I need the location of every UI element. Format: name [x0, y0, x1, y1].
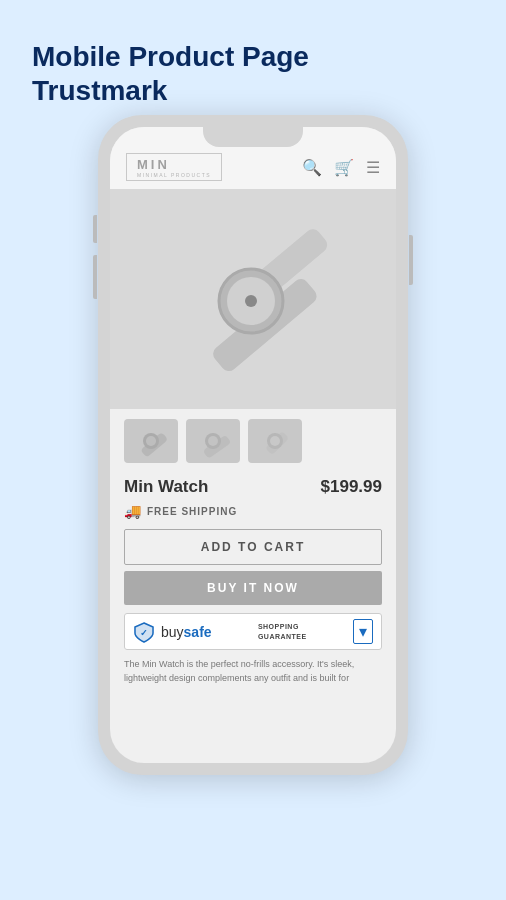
buysafe-brand-text: buysafe — [161, 623, 212, 641]
brand-name: MIN — [137, 157, 211, 172]
search-icon[interactable]: 🔍 — [302, 158, 322, 177]
shipping-label: FREE SHIPPING — [147, 506, 237, 517]
product-name: Min Watch — [124, 477, 208, 497]
svg-point-7 — [146, 436, 156, 446]
svg-text:✓: ✓ — [140, 628, 148, 638]
buysafe-left: ✓ buysafe — [133, 621, 212, 643]
brand-logo: MIN MINIMAL PRODUCTS — [126, 153, 222, 181]
phone-side-btn-left-bottom — [93, 255, 97, 299]
thumbnail-1[interactable] — [124, 419, 178, 463]
phone-side-btn-right — [409, 235, 413, 285]
notch — [203, 127, 303, 147]
page-title: Mobile Product Page Trustmark — [32, 40, 309, 107]
buysafe-shield-icon: ✓ — [133, 621, 155, 643]
phone-shell: MIN MINIMAL PRODUCTS 🔍 🛒 ☰ — [98, 115, 408, 775]
shipping-icon: 🚚 — [124, 503, 141, 519]
buysafe-suffix: safe — [184, 624, 212, 640]
thumbnail-3[interactable] — [248, 419, 302, 463]
brand-subtitle: MINIMAL PRODUCTS — [137, 172, 211, 178]
brand-logo-box: MIN MINIMAL PRODUCTS — [126, 153, 222, 181]
buy-now-button[interactable]: BUY IT NOW — [124, 571, 382, 605]
watch-graphic — [163, 209, 343, 389]
thumbnail-2[interactable] — [186, 419, 240, 463]
product-title-price-row: Min Watch $199.99 — [124, 477, 382, 497]
buysafe-guarantee-text: SHOPPING GUARANTEE — [258, 622, 307, 642]
menu-icon[interactable]: ☰ — [366, 158, 380, 177]
phone-side-btn-left-top — [93, 215, 97, 243]
product-info: Min Watch $199.99 🚚 FREE SHIPPING ADD TO… — [110, 473, 396, 658]
add-to-cart-button[interactable]: ADD TO CART — [124, 529, 382, 565]
buysafe-badge[interactable]: ✓ buysafe SHOPPING GUARANTEE ▾ — [124, 613, 382, 650]
buysafe-chevron-icon[interactable]: ▾ — [353, 619, 373, 644]
phone-inner: MIN MINIMAL PRODUCTS 🔍 🛒 ☰ — [110, 127, 396, 763]
svg-point-10 — [208, 436, 218, 446]
cart-icon[interactable]: 🛒 — [334, 158, 354, 177]
shipping-row: 🚚 FREE SHIPPING — [124, 503, 382, 519]
buysafe-prefix: buy — [161, 624, 184, 640]
svg-point-13 — [270, 436, 280, 446]
product-description: The Min Watch is the perfect no-frills a… — [110, 658, 396, 685]
product-price: $199.99 — [321, 477, 382, 497]
svg-point-4 — [245, 295, 257, 307]
product-image-main — [110, 189, 396, 409]
thumbnail-row — [110, 409, 396, 473]
nav-icons: 🔍 🛒 ☰ — [302, 158, 380, 177]
